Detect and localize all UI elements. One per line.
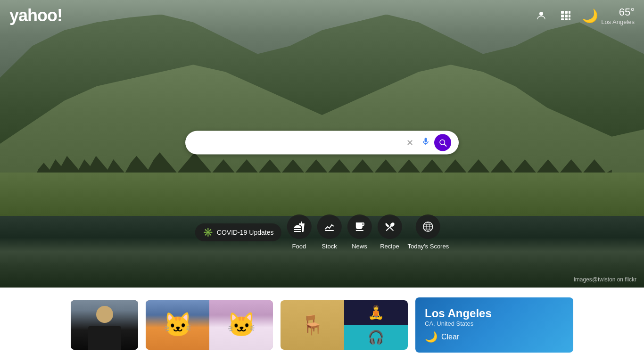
svg-rect-1: [561, 11, 564, 14]
svg-rect-6: [569, 15, 570, 17]
weather-card-state: CA, United States: [425, 320, 564, 327]
news-label: News: [352, 243, 367, 250]
svg-line-11: [444, 144, 446, 146]
news-icon: [347, 214, 372, 239]
yahoo-logo[interactable]: yahoo!: [9, 6, 62, 25]
weather-widget[interactable]: 🌙 65° Los Angeles: [582, 6, 635, 25]
image-credit: images@twiston on flickr: [574, 276, 636, 283]
food-icon: [287, 214, 311, 239]
recipe-link[interactable]: Recipe: [377, 214, 402, 250]
quick-links: ✳️ COVID-19 Updates Food Stock: [195, 214, 449, 250]
user-icon[interactable]: [533, 7, 550, 24]
white-cat: 🐱: [209, 300, 273, 350]
svg-rect-8: [565, 18, 568, 20]
header: yahoo!: [0, 0, 644, 31]
scores-link[interactable]: Today's Scores: [407, 214, 449, 250]
weather-card-desc: 🌙 Clear: [425, 331, 564, 343]
search-container: ✕: [185, 131, 459, 155]
svg-point-0: [539, 12, 543, 16]
news-card-cats[interactable]: 🐱 🐱: [146, 300, 273, 350]
news-section: 🐱 🐱 🪑 🧘 🎧 Los Angeles CA, United States …: [0, 288, 644, 362]
svg-rect-7: [561, 18, 564, 20]
header-right: 🌙 65° Los Angeles: [533, 6, 635, 25]
stock-link[interactable]: Stock: [317, 214, 341, 250]
weather-card-city: Los Angeles: [425, 307, 564, 320]
search-button[interactable]: [434, 134, 451, 151]
scores-icon: [416, 214, 440, 239]
food-link[interactable]: Food: [287, 214, 311, 250]
svg-rect-9: [569, 18, 570, 20]
grid-icon[interactable]: [557, 7, 574, 24]
covid-updates-link[interactable]: ✳️ COVID-19 Updates: [195, 223, 281, 241]
voice-icon[interactable]: [417, 137, 434, 148]
news-card-person[interactable]: [71, 300, 138, 350]
news-link[interactable]: News: [347, 214, 372, 250]
weather-condition-text: Clear: [441, 333, 459, 341]
recipe-icon: [377, 214, 402, 239]
stock-icon: [317, 214, 341, 239]
recipe-label: Recipe: [380, 243, 399, 250]
svg-rect-2: [565, 11, 568, 14]
search-bar: ✕: [185, 131, 459, 155]
covid-label: COVID-19 Updates: [217, 229, 274, 236]
covid-icon: ✳️: [203, 227, 213, 238]
hero-section: yahoo!: [0, 0, 644, 288]
weather-moon-icon: 🌙: [582, 8, 598, 24]
clear-icon[interactable]: ✕: [403, 138, 417, 148]
search-input[interactable]: [193, 139, 403, 147]
svg-rect-3: [569, 11, 570, 14]
stock-label: Stock: [322, 243, 337, 250]
food-label: Food: [292, 243, 306, 250]
weather-card[interactable]: Los Angeles CA, United States 🌙 Clear: [415, 297, 573, 353]
svg-rect-4: [561, 15, 564, 17]
weather-info: 65° Los Angeles: [601, 6, 635, 25]
weather-temp: 65°: [619, 6, 635, 18]
weather-condition-icon: 🌙: [425, 331, 438, 343]
svg-rect-5: [565, 15, 568, 17]
news-card-products[interactable]: 🪑 🧘 🎧: [281, 300, 408, 350]
scores-label: Today's Scores: [407, 243, 449, 250]
orange-cat: 🐱: [146, 300, 209, 350]
weather-location: Los Angeles: [601, 18, 635, 25]
